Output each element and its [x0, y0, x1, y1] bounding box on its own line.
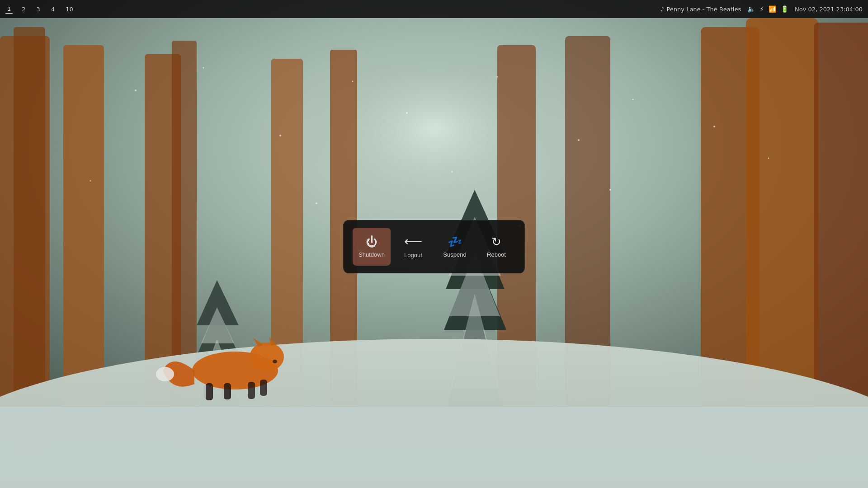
logout-label: Logout [404, 251, 422, 258]
svg-point-38 [135, 89, 137, 91]
wifi-icon[interactable]: 📶 [769, 5, 776, 13]
datetime: Nov 02, 2021 23:04:00 [795, 6, 863, 13]
music-note-icon: ♪ [660, 6, 664, 13]
shutdown-button[interactable]: ⏻ Shutdown [353, 228, 391, 266]
svg-rect-34 [206, 383, 213, 400]
shutdown-label: Shutdown [359, 251, 385, 258]
svg-rect-36 [248, 382, 255, 399]
shutdown-icon: ⏻ [366, 235, 377, 247]
svg-point-44 [578, 139, 580, 141]
tray-icons: 🔈 ⚡ 📶 🔋 [747, 5, 788, 13]
music-info: ♪ Penny Lane - The Beatles [660, 6, 741, 13]
workspace-10[interactable]: 10 [64, 5, 75, 14]
bluetooth-icon[interactable]: ⚡ [760, 5, 764, 13]
suspend-button[interactable]: 💤 Suspend [436, 228, 474, 266]
topbar: 1 2 3 4 10 ♪ Penny Lane - The Beatles 🔈 … [0, 0, 868, 18]
svg-point-51 [768, 158, 769, 159]
workspace-2[interactable]: 2 [20, 5, 27, 14]
svg-point-32 [273, 360, 277, 363]
svg-point-50 [609, 189, 611, 191]
svg-point-40 [279, 135, 281, 136]
svg-point-45 [632, 99, 634, 100]
svg-rect-35 [224, 383, 231, 399]
volume-icon[interactable]: 🔈 [747, 5, 755, 13]
reboot-label: Reboot [487, 251, 506, 258]
svg-point-43 [497, 76, 498, 78]
svg-point-29 [250, 343, 284, 371]
svg-point-33 [156, 367, 174, 381]
logout-button[interactable]: ⟵ Logout [394, 228, 432, 266]
workspace-1[interactable]: 1 [5, 5, 13, 14]
workspace-4[interactable]: 4 [49, 5, 57, 14]
svg-point-47 [90, 180, 91, 182]
svg-point-46 [713, 126, 715, 127]
reboot-icon: ↻ [491, 235, 501, 247]
svg-point-39 [203, 67, 204, 69]
topbar-right: ♪ Penny Lane - The Beatles 🔈 ⚡ 📶 🔋 Nov 0… [660, 5, 863, 13]
svg-rect-37 [260, 380, 267, 396]
svg-point-49 [452, 171, 453, 173]
power-menu: ⏻ Shutdown ⟵ Logout 💤 Suspend ↻ Reboot [343, 220, 525, 273]
workspace-3[interactable]: 3 [35, 5, 42, 14]
battery-icon[interactable]: 🔋 [781, 5, 788, 13]
logout-icon: ⟵ [404, 235, 422, 248]
suspend-icon: 💤 [448, 235, 462, 247]
reboot-button[interactable]: ↻ Reboot [477, 228, 515, 266]
workspaces: 1 2 3 4 10 [5, 5, 75, 14]
suspend-label: Suspend [443, 251, 466, 258]
svg-point-42 [406, 112, 408, 114]
svg-point-48 [316, 202, 317, 204]
now-playing: Penny Lane - The Beatles [666, 6, 741, 13]
svg-rect-27 [0, 407, 868, 488]
svg-point-41 [352, 81, 354, 82]
